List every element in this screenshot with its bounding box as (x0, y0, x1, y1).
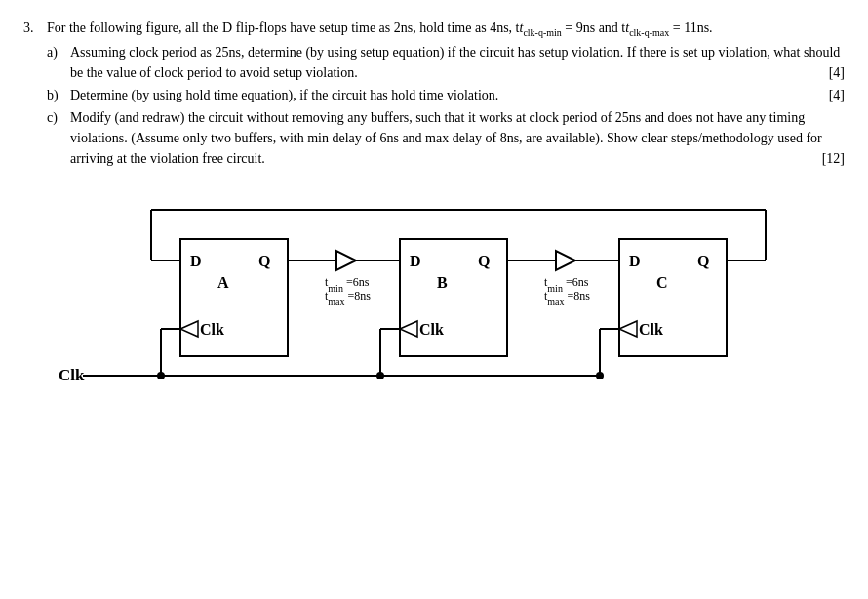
ff-a-clk-label: Clk (200, 321, 224, 338)
page: 3. For the following figure, all the D f… (0, 0, 868, 463)
sub-a: a) Assuming clock period as 25ns, determ… (47, 42, 845, 83)
ff-b-clk-label: Clk (419, 321, 444, 338)
intro-mid: = 9ns and t (562, 20, 625, 35)
buf1-triangle (336, 251, 356, 270)
ff-c-name: C (656, 274, 668, 291)
sub-b-label: b) (47, 85, 66, 105)
ff-c-clk-label: Clk (639, 321, 663, 338)
sub-a-label: a) (47, 42, 66, 83)
sub-b-points: [4] (829, 85, 845, 105)
ff-a-q-label: Q (258, 253, 270, 269)
sub-c: c) Modify (and redraw) the circuit witho… (47, 107, 845, 169)
problem-header: 3. For the following figure, all the D f… (23, 18, 845, 169)
sub-b: b) Determine (by using hold time equatio… (47, 85, 845, 105)
intro-text: For the following figure, all the D flip… (47, 20, 519, 35)
sub-a-text: Assuming clock period as 25ns, determine… (70, 42, 845, 83)
circuit-area: .circuit-text { font-family: 'Times New … (23, 180, 845, 454)
circuit-diagram: .circuit-text { font-family: 'Times New … (54, 180, 814, 454)
sub-c-text: Modify (and redraw) the circuit without … (70, 107, 845, 169)
sub2-text: clk-q-max (629, 27, 669, 38)
ff-a-name: A (217, 274, 229, 291)
problem-text: 3. For the following figure, all the D f… (23, 18, 845, 169)
ff-b-d-label: D (410, 253, 421, 269)
sub-b-text: Determine (by using hold time equation),… (70, 85, 845, 105)
ff-b-q-label: Q (478, 253, 490, 269)
ff-a-d-label: D (190, 253, 202, 269)
ff-c-d-label: D (629, 253, 641, 269)
sub-a-points: [4] (829, 62, 845, 83)
problem-body: For the following figure, all the D flip… (47, 18, 845, 169)
clk-main-label: Clk (59, 366, 85, 384)
sub-c-label: c) (47, 107, 66, 169)
sub-c-points: [12] (822, 148, 845, 169)
sub1-text: clk-q-min (523, 27, 561, 38)
buf2-triangle (556, 251, 575, 270)
intro-end: = 11ns. (669, 20, 712, 35)
ff-c-q-label: Q (697, 253, 709, 269)
ff-b-name: B (437, 274, 448, 291)
problem-number: 3. (23, 18, 41, 169)
